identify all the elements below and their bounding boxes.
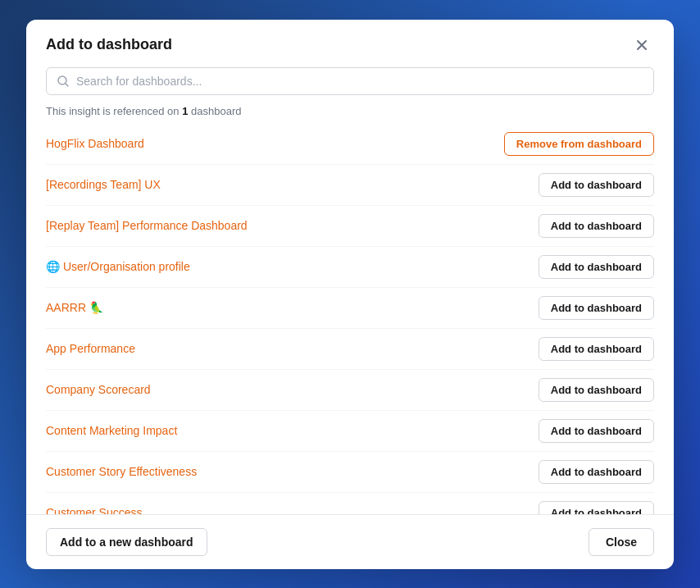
add-to-dashboard-button[interactable]: Add to dashboard [539, 460, 654, 484]
add-to-dashboard-button[interactable]: Add to dashboard [539, 214, 654, 238]
dashboard-item: AARRR 🦜Add to dashboard [46, 288, 654, 329]
info-text: This insight is referenced on 1 dashboar… [26, 105, 674, 124]
modal-title: Add to dashboard [46, 36, 172, 53]
modal-header: Add to dashboard [26, 20, 674, 67]
remove-from-dashboard-button[interactable]: Remove from dashboard [504, 132, 654, 156]
search-container [26, 67, 674, 105]
dashboard-item: HogFlix DashboardRemove from dashboard [46, 124, 654, 165]
search-input[interactable] [76, 75, 643, 88]
add-to-dashboard-button[interactable]: Add to dashboard [539, 173, 654, 197]
dashboard-name[interactable]: Customer Success [46, 506, 525, 514]
add-to-dashboard-button[interactable]: Add to dashboard [539, 296, 654, 320]
close-icon-button[interactable] [630, 36, 654, 54]
modal-overlay: Add to dashboard This insight is referen… [0, 0, 700, 588]
add-to-dashboard-button[interactable]: Add to dashboard [539, 419, 654, 443]
dashboard-item: 🌐 User/Organisation profileAdd to dashbo… [46, 247, 654, 288]
add-to-dashboard-button[interactable]: Add to dashboard [539, 378, 654, 402]
dashboard-list: HogFlix DashboardRemove from dashboard[R… [26, 124, 674, 514]
dashboard-item: App PerformanceAdd to dashboard [46, 329, 654, 370]
dashboard-name[interactable]: Content Marketing Impact [46, 424, 525, 437]
info-prefix: This insight is referenced on [46, 105, 182, 117]
info-suffix: dashboard [188, 105, 241, 117]
dashboard-item: Company ScorecardAdd to dashboard [46, 370, 654, 411]
close-icon [634, 38, 649, 52]
dashboard-name[interactable]: [Recordings Team] UX [46, 178, 525, 191]
dashboard-item: Customer Story EffectivenessAdd to dashb… [46, 452, 654, 493]
dashboard-item: Content Marketing ImpactAdd to dashboard [46, 411, 654, 452]
search-icon [57, 75, 70, 88]
add-to-dashboard-button[interactable]: Add to dashboard [539, 501, 654, 514]
dashboard-item: [Replay Team] Performance DashboardAdd t… [46, 206, 654, 247]
add-to-dashboard-button[interactable]: Add to dashboard [539, 255, 654, 279]
dashboard-name[interactable]: Company Scorecard [46, 383, 525, 396]
dashboard-name[interactable]: [Replay Team] Performance Dashboard [46, 219, 525, 232]
close-modal-button[interactable]: Close [589, 528, 654, 556]
modal-footer: Add to a new dashboard Close [26, 514, 674, 569]
add-new-dashboard-button[interactable]: Add to a new dashboard [46, 528, 207, 556]
dashboard-name[interactable]: HogFlix Dashboard [46, 137, 491, 150]
dashboard-name[interactable]: App Performance [46, 342, 525, 355]
modal: Add to dashboard This insight is referen… [26, 20, 674, 569]
dashboard-item: Customer SuccessAdd to dashboard [46, 493, 654, 514]
search-wrapper [46, 67, 654, 95]
dashboard-name[interactable]: Customer Story Effectiveness [46, 465, 525, 478]
dashboard-name[interactable]: 🌐 User/Organisation profile [46, 260, 525, 273]
dashboard-item: [Recordings Team] UXAdd to dashboard [46, 165, 654, 206]
dashboard-name[interactable]: AARRR 🦜 [46, 301, 525, 314]
add-to-dashboard-button[interactable]: Add to dashboard [539, 337, 654, 361]
